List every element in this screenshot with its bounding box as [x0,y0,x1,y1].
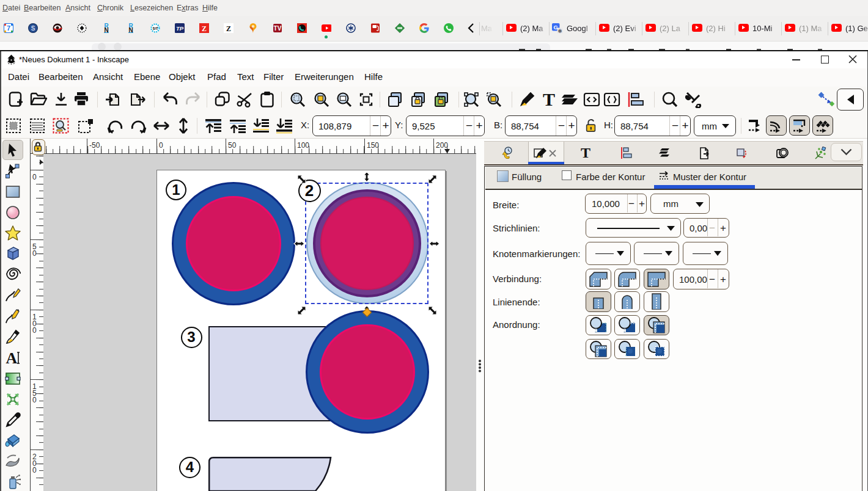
svg-text:N: N [128,27,133,33]
svg-text:trf: trf [153,26,158,31]
svg-text:✱: ✱ [557,28,562,34]
svg-text:7: 7 [7,24,10,32]
svg-text:TP: TP [176,25,184,32]
svg-text:S: S [31,25,35,32]
svg-text:A: A [6,350,18,366]
svg-text:T: T [543,90,555,109]
svg-text:Z: Z [202,24,207,33]
svg-text:N: N [104,27,108,33]
svg-text:Z: Z [226,24,231,33]
svg-text:TV: TV [274,25,282,32]
